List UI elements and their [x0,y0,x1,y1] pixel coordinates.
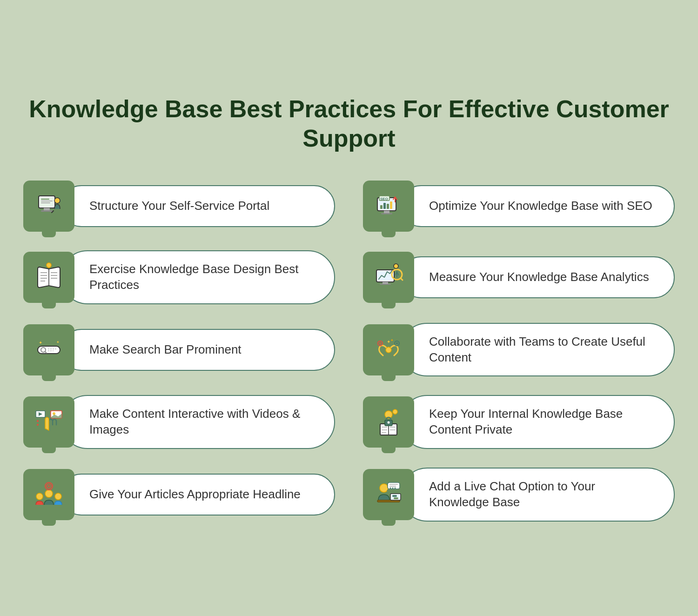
icon-box-interactive [23,396,74,448]
icon-box-design [23,252,74,303]
card-search: ✦ ✦ Make Search Bar Prominent [23,323,335,377]
svg-text:SEO: SEO [380,197,388,201]
page-wrapper: Knowledge Base Best Practices For Effect… [23,94,675,521]
svg-rect-1 [40,197,54,207]
icon-box-self-service [23,181,74,232]
svg-rect-10 [384,211,389,213]
headline-icon [34,480,64,509]
svg-point-69 [36,493,43,500]
svg-rect-16 [387,204,389,209]
svg-point-74 [48,485,50,487]
svg-point-56 [37,424,39,426]
svg-point-65 [393,409,397,414]
card-label-collaborate: Collaborate with Teams to Create Useful … [400,323,675,377]
card-label-headline: Give Your Articles Appropriate Headline [60,474,335,516]
svg-rect-2 [44,208,50,210]
svg-point-86 [395,487,396,489]
card-interactive: Make Content Interactive with Videos & I… [23,395,335,449]
svg-point-48 [396,342,398,344]
svg-text:✦: ✦ [387,339,390,344]
svg-point-50 [379,342,381,344]
svg-text:✦: ✦ [56,340,60,344]
card-label-self-service: Structure Your Self-Service Portal [60,185,335,227]
card-collaborate: ✦ ✦ Collaborate with Teams to Create Use… [363,323,675,377]
svg-point-85 [392,487,394,489]
card-headline: Give Your Articles Appropriate Headline [23,468,335,522]
svg-point-36 [394,264,398,268]
svg-point-44 [386,347,391,353]
svg-rect-81 [388,482,400,489]
svg-rect-17 [390,201,392,209]
icon-box-seo: SEO [363,181,414,232]
svg-text:✦: ✦ [390,338,394,342]
svg-point-68 [388,422,390,424]
design-icon [34,262,64,292]
icon-box-analytics [363,252,414,303]
seo-icon: SEO [374,191,403,221]
svg-text:✦: ✦ [39,340,42,345]
svg-rect-32 [380,284,391,285]
svg-rect-6 [41,201,53,201]
card-label-seo: Optimize Your Knowledge Base with SEO [400,185,675,227]
card-label-analytics: Measure Your Knowledge Base Analytics [400,256,675,298]
svg-rect-79 [392,495,397,497]
private-icon [374,407,403,437]
card-livechat: Add a Live Chat Option to Your Knowledge… [363,468,675,522]
interactive-icon [34,407,64,437]
card-design: Exercise Knowledge Base Design Best Prac… [23,250,335,304]
svg-rect-11 [381,213,392,214]
svg-point-54 [53,412,55,415]
svg-line-34 [401,278,403,280]
svg-point-84 [390,487,391,489]
svg-rect-14 [380,205,383,209]
svg-point-4 [54,198,60,203]
collaborate-icon: ✦ ✦ [374,335,403,365]
svg-rect-5 [41,199,49,200]
page-title: Knowledge Base Best Practices For Effect… [23,94,675,153]
svg-point-55 [37,420,39,422]
card-label-livechat: Add a Live Chat Option to Your Knowledge… [400,468,675,522]
cards-grid: Structure Your Self-Service Portal SEO [23,181,675,521]
self-service-icon [34,191,64,221]
card-label-search: Make Search Bar Prominent [60,329,335,371]
svg-rect-31 [383,282,388,284]
icon-box-headline [23,469,74,520]
card-analytics: Measure Your Knowledge Base Analytics [363,250,675,304]
svg-rect-3 [41,210,53,212]
card-seo: SEO Optimize Your Knowledge Base with SE… [363,181,675,232]
analytics-icon [374,262,403,292]
svg-point-71 [55,493,61,500]
icon-box-search: ✦ ✦ [23,324,74,375]
card-label-private: Keep Your Internal Knowledge Base Conten… [400,395,675,449]
card-label-interactive: Make Content Interactive with Videos & I… [60,395,335,449]
livechat-icon [374,480,403,509]
svg-point-27 [47,263,51,268]
card-self-service: Structure Your Self-Service Portal [23,181,335,232]
search-bar-icon: ✦ ✦ [34,335,64,365]
svg-rect-7 [41,202,50,203]
svg-point-70 [45,490,53,497]
card-private: Keep Your Internal Knowledge Base Conten… [363,395,675,449]
icon-box-collaborate: ✦ ✦ [363,324,414,375]
svg-rect-15 [383,203,386,209]
card-label-design: Exercise Knowledge Base Design Best Prac… [60,250,335,304]
svg-rect-80 [394,497,398,499]
icon-box-livechat [363,469,414,520]
icon-box-private [363,396,414,448]
